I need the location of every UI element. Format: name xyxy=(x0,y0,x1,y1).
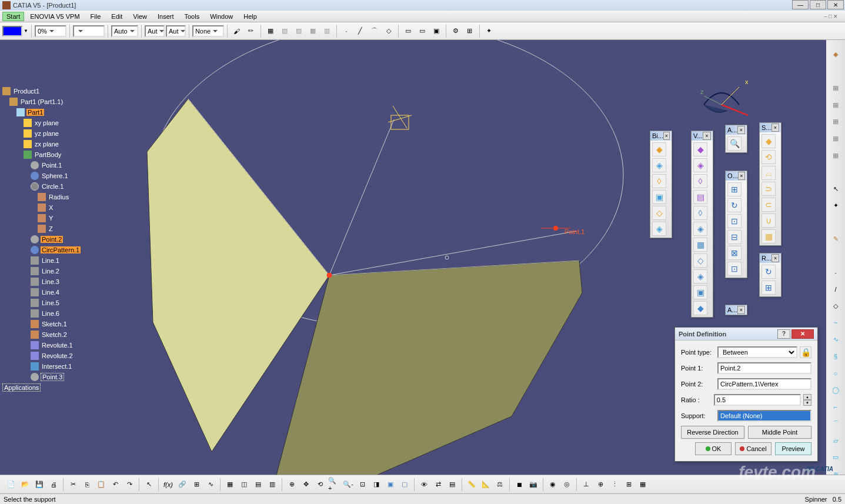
catalog-icon[interactable]: ▦ xyxy=(223,478,236,491)
point-tool-icon[interactable]: · xyxy=(828,265,843,281)
tree-part-inner[interactable]: Part1 xyxy=(26,109,44,116)
menu-insert[interactable]: Insert xyxy=(153,12,179,21)
v-icon-7[interactable]: ▦ xyxy=(693,238,707,252)
open-icon[interactable]: 📂 xyxy=(19,478,32,491)
law-icon[interactable]: ∿ xyxy=(204,478,217,491)
cancel-button[interactable]: Cancel xyxy=(735,442,771,455)
float-s[interactable]: S...× ◆ ⟲ ⌓ ⊃ ⊂ ∪ ▦ xyxy=(759,122,781,246)
menu-edit[interactable]: Edit xyxy=(106,12,127,21)
menu-window[interactable]: Window xyxy=(205,12,238,21)
layer-icon[interactable]: ◫ xyxy=(238,478,251,491)
b3-icon[interactable]: ▨ xyxy=(292,25,305,38)
tree-item[interactable]: Revolute.2 xyxy=(2,351,81,361)
auto1-combo[interactable]: Auto xyxy=(111,25,138,37)
tree-xy[interactable]: xy plane xyxy=(34,119,60,126)
menu-file[interactable]: File xyxy=(86,12,106,21)
tree-body[interactable]: PartBody xyxy=(34,151,62,158)
bi-icon-2[interactable]: ◈ xyxy=(652,158,666,172)
tree-yz[interactable]: yz plane xyxy=(34,130,60,137)
menu-help[interactable]: Help xyxy=(239,12,262,21)
shade-icon[interactable]: ▣ xyxy=(384,478,397,491)
plane-tool-icon[interactable]: ◇ xyxy=(828,299,843,314)
wand-icon[interactable]: ✦ xyxy=(483,25,496,38)
save-icon[interactable]: 💾 xyxy=(33,478,46,491)
close-icon[interactable]: × xyxy=(737,306,745,314)
o-icon-1[interactable]: ⊞ xyxy=(727,182,742,196)
lock-icon[interactable]: 🔒 xyxy=(800,346,811,358)
cube2-icon[interactable]: ▭ xyxy=(416,25,429,38)
r-icon-2[interactable]: ⊞ xyxy=(761,281,776,295)
axis-icon[interactable]: ⊥ xyxy=(580,478,593,491)
s-icon-5[interactable]: ⊂ xyxy=(761,198,776,212)
fx-icon[interactable]: f(x) xyxy=(162,478,175,491)
stop-icon[interactable]: ⏹ xyxy=(513,478,526,491)
tree-item[interactable]: Sphere.1 xyxy=(2,171,81,181)
point-icon[interactable]: · xyxy=(340,25,353,38)
undo-icon[interactable]: ↶ xyxy=(109,478,122,491)
zoom-out-icon[interactable]: 🔍- xyxy=(342,478,355,491)
tree-item[interactable]: Sketch.1 xyxy=(2,319,81,329)
ratio-input[interactable] xyxy=(714,394,801,406)
gear-icon[interactable]: ⚙ xyxy=(449,25,462,38)
v-icon-2[interactable]: ◈ xyxy=(693,158,707,172)
wire-icon[interactable]: ▢ xyxy=(398,478,411,491)
dialog-help-button[interactable]: ? xyxy=(777,329,790,339)
minimize-button[interactable]: — xyxy=(792,0,809,9)
layer3-icon[interactable]: ▥ xyxy=(266,478,279,491)
measure1-icon[interactable]: 📏 xyxy=(465,478,478,491)
v-icon-10[interactable]: ▣ xyxy=(693,285,707,299)
pan-icon[interactable]: ✥ xyxy=(299,478,312,491)
bi-icon-6[interactable]: ◈ xyxy=(652,222,666,236)
layer2-icon[interactable]: ▤ xyxy=(252,478,265,491)
select-arrow-icon[interactable]: ↖ xyxy=(828,181,843,196)
redo-icon[interactable]: ↷ xyxy=(123,478,136,491)
close-button[interactable]: ✕ xyxy=(827,0,844,9)
rt-2-icon[interactable]: ▦ xyxy=(828,98,843,113)
ratio-spinner[interactable]: ▲▼ xyxy=(803,394,811,406)
support-input[interactable] xyxy=(717,410,811,422)
paste-icon[interactable]: 📋 xyxy=(95,478,108,491)
tree-item[interactable]: X xyxy=(2,202,81,213)
b2-icon[interactable]: ▧ xyxy=(278,25,291,38)
float-v[interactable]: V...× ◆ ◈ ◊ ▤ ◊ ◈ ▦ ◇ ◈ ▣ ◆ xyxy=(691,131,713,318)
o-icon-5[interactable]: ⊠ xyxy=(727,246,742,260)
tree-item[interactable]: Line.4 xyxy=(2,287,81,298)
line-tool-icon[interactable]: / xyxy=(828,282,843,297)
point2-input[interactable] xyxy=(717,378,811,390)
circle1-icon[interactable]: ◉ xyxy=(546,478,559,491)
float-r[interactable]: R...× ↻ ⊞ xyxy=(759,253,781,297)
fillet-tool-icon[interactable]: ⌒ xyxy=(828,416,843,432)
hide-icon[interactable]: 👁 xyxy=(418,478,430,491)
spiral-tool-icon[interactable]: § xyxy=(828,349,843,365)
tree-item[interactable]: Revolute.1 xyxy=(2,340,81,351)
tree-item[interactable]: Intersect.1 xyxy=(2,361,81,372)
float-o[interactable]: O...× ⊞ ↻ ⊡ ⊟ ⊠ ⊡ xyxy=(725,171,747,278)
ellipse-tool-icon[interactable]: ◯ xyxy=(828,383,843,398)
extrude-tool-icon[interactable]: ▭ xyxy=(828,450,843,465)
tree-item[interactable]: Circle.1 xyxy=(2,181,81,192)
origin-icon[interactable]: ⊕ xyxy=(594,478,607,491)
close-icon[interactable]: × xyxy=(771,124,779,132)
cube3-icon[interactable]: ▣ xyxy=(430,25,443,38)
curve-tool-icon[interactable]: ~ xyxy=(828,316,843,331)
menu-view[interactable]: View xyxy=(128,12,152,21)
fit-icon[interactable]: ⊕ xyxy=(285,478,298,491)
props-icon[interactable]: ▤ xyxy=(446,478,459,491)
float-a3[interactable]: A...× xyxy=(725,305,747,315)
o-icon-6[interactable]: ⊡ xyxy=(727,262,742,276)
point-type-select[interactable]: Between xyxy=(717,346,797,358)
grid-icon[interactable]: ⊞ xyxy=(463,25,476,38)
tree-item[interactable]: Z xyxy=(2,223,81,234)
pointer-icon[interactable]: ↖ xyxy=(142,478,155,491)
normal-icon[interactable]: ⊡ xyxy=(356,478,369,491)
middle-point-button[interactable]: Middle Point xyxy=(748,426,811,439)
tree-item[interactable]: CircPattern.1 xyxy=(2,245,81,255)
s-icon-2[interactable]: ⟲ xyxy=(761,150,776,164)
preview-button[interactable]: Preview xyxy=(775,442,811,455)
close-icon[interactable]: × xyxy=(703,132,711,140)
workspace[interactable]: Point.1 x z Product1 Part1 (Part1.1) Par… xyxy=(0,40,845,482)
s-icon-3[interactable]: ⌓ xyxy=(761,166,776,180)
b5-icon[interactable]: ▥ xyxy=(320,25,333,38)
s-icon-1[interactable]: ◆ xyxy=(761,134,776,148)
compass-icon[interactable]: ✦ xyxy=(828,198,843,213)
